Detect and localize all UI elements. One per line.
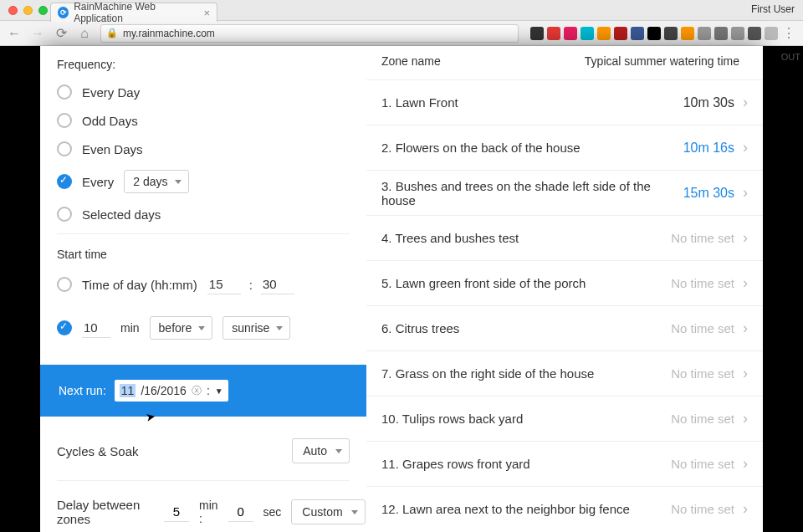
zone-time: No time set [671, 412, 734, 426]
extension-icon[interactable] [597, 27, 611, 40]
freq-odd-days[interactable]: Odd Days [40, 106, 366, 135]
cycles-soak-label: Cycles & Soak [57, 444, 139, 458]
zone-row[interactable]: 1. Lawn Front10m 30s› [366, 79, 763, 125]
browser-tab[interactable]: ⟳ RainMachine Web Application × [50, 3, 217, 22]
window-close-icon[interactable] [8, 6, 18, 15]
zone-time: 15m 30s [683, 186, 734, 201]
nav-back-icon[interactable]: ← [7, 26, 22, 41]
offset-min-input[interactable] [82, 318, 110, 338]
extension-icon[interactable] [698, 27, 711, 40]
zone-row[interactable]: 10. Tulips rows back yardNo time set› [366, 396, 763, 441]
chevron-right-icon: › [743, 410, 748, 427]
option-label: Even Days [82, 142, 143, 156]
zone-name: 5. Lawn green front side of the porch [381, 276, 662, 290]
start-time-label: Start time [40, 239, 366, 268]
colon: : [249, 278, 253, 292]
zone-time: 10m 30s [683, 95, 734, 110]
zone-name: 11. Grapes rows front yard [381, 457, 662, 471]
clear-date-icon[interactable]: ⓧ [192, 384, 202, 398]
offset-unit: min [120, 321, 140, 335]
next-run-label: Next run: [59, 384, 106, 397]
radio-checked-icon [57, 174, 72, 189]
zone-row[interactable]: 7. Grass on the right side of the houseN… [366, 350, 763, 396]
freq-selected-days[interactable]: Selected days [40, 200, 366, 228]
extension-icon[interactable] [714, 27, 728, 40]
chevron-right-icon: › [743, 320, 748, 337]
close-tab-icon[interactable]: × [203, 7, 210, 19]
freq-every-n[interactable]: Every 2 days [40, 163, 366, 200]
background-text: OUT [781, 50, 800, 64]
freq-every-day[interactable]: Every Day [40, 78, 366, 106]
zone-row[interactable]: 3. Bushes and trees on the shade left si… [366, 170, 763, 215]
chevron-right-icon: › [743, 139, 748, 156]
chevron-right-icon: › [743, 455, 748, 473]
start-offset-sunrise[interactable]: min before sunrise [40, 301, 366, 355]
zone-row[interactable]: 2. Flowers on the back of the house10m 1… [366, 125, 763, 170]
delay-min-unit: min : [199, 499, 218, 525]
caret-down-icon[interactable]: ▼ [215, 386, 223, 396]
extension-icon[interactable] [748, 27, 761, 40]
radio-icon [57, 207, 72, 222]
offset-relation-select[interactable]: before [150, 316, 213, 340]
zone-time: No time set [671, 231, 734, 245]
extension-icon[interactable] [731, 27, 744, 40]
start-min-input[interactable] [261, 274, 294, 294]
extension-icon[interactable] [547, 27, 560, 40]
next-run-date-field[interactable]: 11/16/2016 ⓧ : ▼ [115, 380, 228, 402]
window-zoom-icon[interactable] [38, 6, 48, 15]
freq-even-days[interactable]: Even Days [40, 135, 366, 163]
chrome-menu-icon[interactable]: ⋮ [781, 25, 796, 41]
radio-icon [57, 84, 72, 100]
select-value: sunrise [232, 321, 269, 335]
extension-icon[interactable] [631, 27, 644, 40]
extension-icon[interactable] [614, 27, 627, 40]
zone-name: 10. Tulips rows back yard [381, 412, 662, 426]
extension-icon[interactable] [530, 27, 544, 40]
option-label: Every Day [82, 85, 140, 100]
extension-icon[interactable] [765, 27, 778, 40]
delay-label: Delay between zones [57, 498, 154, 526]
address-bar[interactable]: 🔒 my.rainmachine.com [100, 24, 519, 43]
select-value: Custom [302, 505, 342, 519]
delay-sec-input[interactable] [228, 502, 253, 522]
zone-name: 4. Trees and bushes test [381, 231, 662, 245]
program-settings-panel: Frequency: Every Day Odd Days Even Days … [40, 46, 366, 532]
delay-mode-select[interactable]: Custom [291, 499, 365, 524]
extension-icon[interactable] [664, 27, 678, 40]
nav-home-icon[interactable]: ⌂ [77, 26, 92, 41]
extension-icon[interactable] [681, 27, 694, 40]
chevron-right-icon: › [743, 500, 748, 518]
delay-min-input[interactable] [164, 502, 189, 522]
extension-icon[interactable] [581, 27, 594, 40]
zone-name: 2. Flowers on the back of the house [381, 141, 675, 155]
zone-row[interactable]: 5. Lawn green front side of the porchNo … [366, 260, 763, 305]
browser-chrome: ⟳ RainMachine Web Application × First Us… [0, 0, 803, 46]
start-time-of-day[interactable]: Time of day (hh:mm) : [40, 268, 366, 301]
profile-label[interactable]: First User [751, 3, 795, 15]
chevron-right-icon: › [743, 94, 748, 111]
divider [57, 480, 350, 481]
zones-list: 1. Lawn Front10m 30s›2. Flowers on the b… [366, 79, 763, 531]
extension-icon[interactable] [647, 27, 661, 40]
extension-icon[interactable] [564, 27, 577, 40]
option-label: Selected days [82, 207, 161, 222]
zone-time: No time set [671, 502, 734, 516]
zone-row[interactable]: 12. Lawn area next to the neighbor big f… [366, 486, 763, 531]
zones-head-name: Zone name [381, 54, 441, 68]
zones-head-time: Typical summer watering time [585, 54, 739, 68]
delay-sec-unit: sec [263, 505, 282, 519]
nav-reload-icon[interactable]: ⟳ [54, 25, 69, 41]
cycles-soak-select[interactable]: Auto [292, 438, 350, 463]
chevron-right-icon: › [743, 365, 748, 382]
zone-name: 1. Lawn Front [381, 95, 675, 110]
option-label: Odd Days [82, 114, 138, 128]
zone-row[interactable]: 6. Citrus treesNo time set› [366, 305, 763, 350]
zone-row[interactable]: 11. Grapes rows front yardNo time set› [366, 441, 763, 486]
chevron-right-icon: › [743, 274, 748, 292]
start-hour-input[interactable] [207, 274, 241, 294]
window-minimize-icon[interactable] [23, 6, 33, 15]
zone-row[interactable]: 4. Trees and bushes testNo time set› [366, 215, 763, 260]
frequency-label: Frequency: [40, 53, 366, 78]
every-n-select[interactable]: 2 days [124, 170, 188, 193]
offset-anchor-select[interactable]: sunrise [222, 316, 290, 340]
